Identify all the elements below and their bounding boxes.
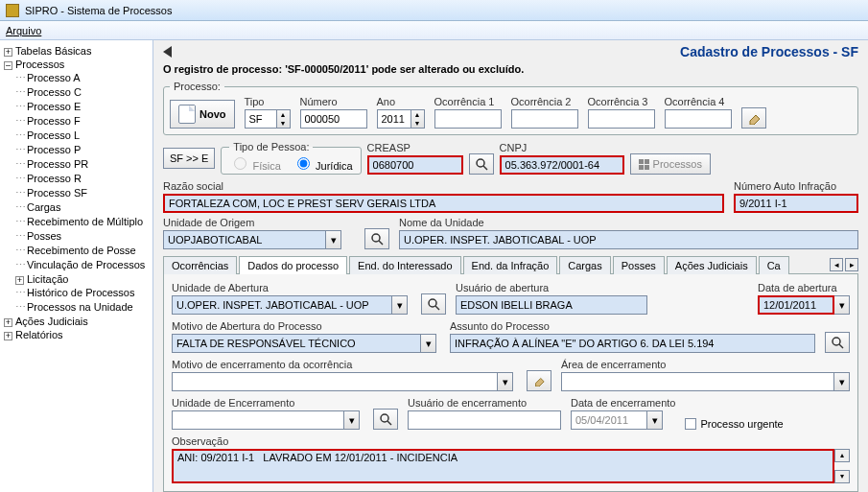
proc-urgente-checkbox[interactable]: Processo urgente	[685, 418, 783, 430]
assunto-field[interactable]	[450, 334, 815, 353]
data-enc-calendar[interactable]: ▾	[647, 410, 663, 430]
checkbox-icon[interactable]	[685, 418, 696, 430]
unid-enc-dropdown[interactable]: ▾	[344, 410, 360, 430]
tree-processo-sf[interactable]: ⋯Processo SF	[2, 186, 151, 200]
svg-point-3	[372, 234, 380, 242]
tab-cargas[interactable]: Cargas	[559, 256, 610, 274]
tree-processo-p[interactable]: ⋯Processo P	[2, 143, 151, 157]
tree-processo-c[interactable]: ⋯Processo C	[2, 85, 151, 100]
tree-licitacao[interactable]: +Licitação	[2, 272, 151, 286]
tree-tabelas-basicas[interactable]: +Tabelas Básicas	[2, 44, 151, 58]
razao-field[interactable]	[163, 194, 724, 213]
tipo-spinner[interactable]: ▲▼	[277, 109, 291, 129]
tab-end-interessado[interactable]: End. do Interessado	[349, 256, 460, 274]
magnifier-icon	[370, 232, 384, 246]
tree-processo-e[interactable]: ⋯Processo E	[2, 100, 151, 114]
window-titlebar: SIPRO - Sistema de Processos	[0, 0, 868, 21]
scroll-up-icon[interactable]: ▴	[834, 449, 850, 462]
unid-enc-field[interactable]	[172, 410, 344, 430]
tree-receb-posse[interactable]: ⋯Recebimento de Posse	[2, 244, 151, 258]
assunto-search[interactable]	[825, 332, 850, 353]
data-abertura-calendar[interactable]: ▾	[834, 295, 850, 315]
unid-origem-label: Unidade de Origem	[163, 217, 355, 228]
tab-scroll-right[interactable]: ▸	[845, 258, 858, 271]
motivo-enc-dropdown[interactable]: ▾	[498, 372, 513, 391]
unid-origem-search[interactable]	[364, 228, 389, 249]
unid-abertura-search[interactable]	[421, 293, 446, 315]
data-abertura-field[interactable]	[758, 295, 834, 315]
tree-posses[interactable]: ⋯Posses	[2, 229, 151, 244]
data-enc-field[interactable]	[571, 410, 647, 430]
tree-processo-f[interactable]: ⋯Processo F	[2, 114, 151, 129]
assunto-label: Assunto do Processo	[450, 320, 815, 332]
tipo-pessoa-legend: Tipo de Pessoa:	[229, 141, 313, 152]
motivo-ab-field[interactable]	[172, 334, 421, 353]
tree-cargas[interactable]: ⋯Cargas	[2, 200, 151, 215]
unid-origem-dropdown[interactable]: ▾	[326, 230, 341, 249]
radio-juridica[interactable]: Jurídica	[293, 160, 353, 172]
processos-button[interactable]: Processos	[630, 153, 711, 175]
obs-scrollbar[interactable]: ▴▾	[834, 449, 850, 483]
creasp-field[interactable]	[367, 155, 463, 175]
status-message: O registro de processo: 'SF-000050/2011'…	[163, 63, 858, 75]
tab-end-infracao[interactable]: End. da Infração	[463, 256, 558, 274]
tab-acoes-jud[interactable]: Ações Judiciais	[667, 256, 757, 274]
tree-proc-unid[interactable]: ⋯Processos na Unidade	[2, 300, 151, 315]
tab-dados-processo[interactable]: Dados do processo	[239, 256, 347, 274]
tree-processo-pr[interactable]: ⋯Processo PR	[2, 157, 151, 172]
nav-tree[interactable]: +Tabelas Básicas –Processos ⋯Processo A …	[0, 40, 153, 492]
motivo-ab-dropdown[interactable]: ▾	[421, 334, 436, 353]
unid-origem-field[interactable]	[163, 230, 326, 249]
oc4-field[interactable]	[665, 109, 732, 129]
tree-processo-l[interactable]: ⋯Processo L	[2, 129, 151, 143]
tree-vinc-proc[interactable]: ⋯Vinculação de Processos	[2, 258, 151, 272]
radio-fisica[interactable]: Física	[229, 160, 280, 172]
tab-ocorrencias[interactable]: Ocorrências	[163, 256, 237, 274]
tree-relatorios[interactable]: +Relatórios	[2, 328, 151, 341]
svg-point-5	[429, 299, 436, 307]
motivo-enc-field[interactable]	[172, 372, 498, 391]
obs-field[interactable]	[172, 449, 834, 483]
tipo-label: Tipo	[245, 96, 291, 107]
tree-processos[interactable]: –Processos	[2, 58, 151, 71]
tab-posses[interactable]: Posses	[613, 256, 665, 274]
back-arrow-icon[interactable]	[163, 46, 172, 58]
ano-field[interactable]	[377, 109, 411, 129]
novo-button[interactable]: Novo	[170, 100, 235, 129]
auto-infr-field[interactable]	[734, 194, 858, 213]
numero-field[interactable]	[300, 109, 367, 129]
unid-abertura-field[interactable]	[172, 295, 392, 315]
svg-line-11	[387, 421, 391, 425]
scroll-down-icon[interactable]: ▾	[834, 470, 850, 483]
sf-to-e-button[interactable]: SF >> E	[163, 148, 215, 169]
cnpj-field[interactable]	[500, 155, 624, 175]
nome-unid-field	[399, 230, 858, 249]
tree-processo-r[interactable]: ⋯Processo R	[2, 172, 151, 186]
ano-spinner[interactable]: ▲▼	[411, 109, 425, 129]
tab-scroll-left[interactable]: ◂	[830, 258, 843, 271]
tab-more[interactable]: Ca	[759, 256, 789, 274]
area-enc-field[interactable]	[561, 372, 834, 391]
oc1-field[interactable]	[434, 109, 502, 129]
tipo-field[interactable]	[245, 109, 277, 129]
oc3-field[interactable]	[588, 109, 655, 129]
tree-acoes-jud[interactable]: +Ações Judiciais	[2, 315, 151, 328]
area-enc-dropdown[interactable]: ▾	[834, 372, 850, 391]
svg-marker-9	[536, 378, 545, 387]
motivo-enc-clear[interactable]	[527, 370, 551, 391]
tabs: Ocorrências Dados do processo End. do In…	[163, 255, 858, 274]
menu-arquivo[interactable]: Arquivo	[6, 25, 41, 36]
tree-hist[interactable]: ⋯Histórico de Processos	[2, 286, 151, 300]
motivo-enc-label: Motivo de encerramento da ocorrência	[172, 359, 517, 370]
unid-enc-search[interactable]	[373, 409, 398, 430]
creasp-search-button[interactable]	[469, 153, 494, 175]
razao-label: Razão social	[163, 180, 724, 192]
unid-abertura-dropdown[interactable]: ▾	[392, 295, 408, 315]
eraser-icon	[532, 375, 546, 387]
eraser-button[interactable]	[741, 107, 766, 129]
area-enc-label: Área de encerramento	[561, 359, 850, 370]
tree-processo-a[interactable]: ⋯Processo A	[2, 71, 151, 85]
oc2-field[interactable]	[511, 109, 578, 129]
grid-icon	[639, 159, 649, 170]
tree-receb-mult[interactable]: ⋯Recebimento de Múltiplo	[2, 215, 151, 229]
